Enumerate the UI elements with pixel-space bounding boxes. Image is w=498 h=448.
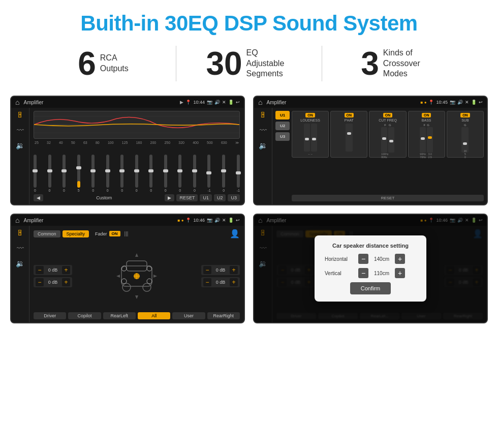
u3-button[interactable]: U3 xyxy=(228,194,240,201)
svg-point-8 xyxy=(147,266,152,271)
signal-icon: ✕ xyxy=(222,100,226,105)
dot-indicator-3: ■ ● xyxy=(178,218,184,223)
svg-point-9 xyxy=(121,279,127,284)
speaker-icon[interactable]: 🔉 xyxy=(16,141,24,150)
svg-point-6 xyxy=(143,283,151,291)
battery-icon-2: 🔋 xyxy=(471,100,477,105)
app-name-2: Amplifier xyxy=(266,100,417,105)
svg-marker-17 xyxy=(153,275,157,278)
home-icon-3[interactable]: ⌂ xyxy=(15,216,19,224)
location-icon: 📍 xyxy=(185,100,191,105)
dialog-overlay: Car speaker distance setting Horizontal … xyxy=(254,215,487,322)
u1-button[interactable]: U1 xyxy=(200,194,212,201)
band-phat: ON PHAT xyxy=(330,111,367,158)
home-icon[interactable]: ⌂ xyxy=(15,98,19,106)
stat-rca-text: RCA Outputs xyxy=(100,53,129,74)
rear-left-button[interactable]: RearLeft xyxy=(103,312,136,319)
person-icon: 👤 xyxy=(230,229,240,238)
u2-button[interactable]: U2 xyxy=(214,194,226,201)
volume-icon-3: 🔊 xyxy=(214,218,220,223)
camera-icon: 📷 xyxy=(207,100,212,105)
db2-plus[interactable]: + xyxy=(62,278,70,286)
driver-button[interactable]: Driver xyxy=(34,312,66,319)
speaker-icon-3[interactable]: 🔉 xyxy=(16,259,24,267)
next-button[interactable]: ▶ xyxy=(165,194,174,201)
battery-icon: 🔋 xyxy=(228,100,234,105)
horizontal-plus[interactable]: + xyxy=(395,254,405,264)
rear-right-button[interactable]: RearRight xyxy=(207,312,240,319)
confirm-button[interactable]: Confirm xyxy=(350,282,391,294)
user-button[interactable]: User xyxy=(172,312,205,319)
fader-left: − 0 dB + − 0 dB + xyxy=(34,242,72,310)
horizontal-minus[interactable]: − xyxy=(358,254,368,264)
db4-minus[interactable]: − xyxy=(203,278,211,286)
eq-slider-9: 0 xyxy=(164,155,167,192)
db4-plus[interactable]: + xyxy=(230,278,238,286)
screen2-content: 🎚 〰 🔉 U1 U2 U3 ON LOUDNESS xyxy=(254,108,487,204)
eq2-bands: ON LOUDNESS ~ ~ xyxy=(292,111,484,201)
back-icon-2[interactable]: ↩ xyxy=(479,100,483,105)
battery-icon-3: 🔋 xyxy=(228,218,234,223)
eq-slider-6: 0 xyxy=(120,155,123,192)
all-button[interactable]: All xyxy=(138,312,170,319)
eq-icon-2[interactable]: 🎚 xyxy=(260,111,267,119)
db-row-4: − 0 dB + xyxy=(201,277,240,287)
eq-slider-13: 0 xyxy=(222,155,225,192)
eq-slider-4: 0 xyxy=(91,155,95,192)
db1-plus[interactable]: + xyxy=(62,266,70,274)
custom-label: Custom xyxy=(45,195,163,200)
reset-button-2[interactable]: RESET xyxy=(292,195,484,201)
screen2-sidebar: 🎚 〰 🔉 xyxy=(254,108,272,204)
eq-icon[interactable]: 🎚 xyxy=(17,111,24,119)
speaker-icon-2[interactable]: 🔉 xyxy=(259,141,267,150)
copilot-button[interactable]: Copilot xyxy=(68,312,101,319)
preset-u1[interactable]: U1 xyxy=(275,111,290,120)
preset-u2[interactable]: U2 xyxy=(275,122,290,130)
play-icon: ▶ xyxy=(180,100,183,105)
fader-bars: ||| xyxy=(124,231,129,236)
db-row-3: − 0 dB + xyxy=(201,265,240,275)
back-icon[interactable]: ↩ xyxy=(236,100,240,105)
db2-value: 0 dB xyxy=(46,280,60,285)
reset-button[interactable]: RESET xyxy=(176,194,198,201)
eq2-presets: U1 U2 U3 xyxy=(275,111,290,201)
stat-crossover-text: Kinds of Crossover Modes xyxy=(383,48,429,79)
dialog-title: Car speaker distance setting xyxy=(325,243,416,249)
specialty-tab[interactable]: Specialty xyxy=(63,230,89,237)
fader-top: Common Specialty Fader ON ||| 👤 xyxy=(34,229,240,238)
screen1-content: 🎚 〰 🔉 xyxy=(11,108,244,204)
db3-plus[interactable]: + xyxy=(230,266,238,274)
home-icon-2[interactable]: ⌂ xyxy=(258,98,262,106)
status-right-3: 📍 10:46 📷 🔊 ✕ 🔋 ↩ xyxy=(185,218,240,223)
vertical-minus[interactable]: − xyxy=(358,268,368,278)
wave-icon-2[interactable]: 〰 xyxy=(260,126,267,134)
eq-sliders-row: 0 0 0 xyxy=(34,146,240,192)
vertical-value: 110cm xyxy=(371,271,392,276)
db2-minus[interactable]: − xyxy=(36,278,44,286)
band-sub: ON SUB G 2050 xyxy=(447,111,484,158)
bands-top-row: ON LOUDNESS ~ ~ xyxy=(292,111,484,158)
db3-value: 0 dB xyxy=(213,267,228,273)
screen1-sidebar: 🎚 〰 🔉 xyxy=(11,108,29,204)
band-cutfreq: ON CUT FREQ FG 100Hz80Hz xyxy=(369,111,406,158)
db1-minus[interactable]: − xyxy=(36,266,44,274)
eq-slider-2: 0 xyxy=(63,155,66,192)
back-icon-3[interactable]: ↩ xyxy=(236,218,240,223)
common-tab[interactable]: Common xyxy=(34,230,60,237)
prev-button[interactable]: ◀ xyxy=(34,194,43,201)
screen-fader: ⌂ Amplifier ■ ● 📍 10:46 📷 🔊 ✕ 🔋 ↩ 🎚 〰 🔉 xyxy=(10,214,245,323)
wave-icon[interactable]: 〰 xyxy=(17,126,24,134)
signal-icon-2: ✕ xyxy=(465,100,469,105)
vertical-plus[interactable]: + xyxy=(395,268,405,278)
db3-minus[interactable]: − xyxy=(203,266,211,274)
eq-slider-12: -1 xyxy=(207,155,210,192)
status-right-1: 📍 10:44 📷 🔊 ✕ 🔋 ↩ xyxy=(185,100,240,105)
screen3-sidebar: 🎚 〰 🔉 xyxy=(11,226,29,322)
status-bar-2: ⌂ Amplifier ■ ● 📍 10:45 📷 🔊 ✕ 🔋 ↩ xyxy=(254,97,487,108)
preset-u3[interactable]: U3 xyxy=(275,132,290,141)
screens-grid: ⌂ Amplifier ▶ 📍 10:44 📷 🔊 ✕ 🔋 ↩ 🎚 〰 🔉 xyxy=(0,92,498,334)
wave-icon-3[interactable]: 〰 xyxy=(17,244,24,252)
svg-marker-16 xyxy=(116,275,120,278)
screen-distance: ⌂ Amplifier ■ ● 📍 10:46 📷 🔊 ✕ 🔋 ↩ 🎚 〰 🔉 xyxy=(253,214,488,323)
eq-icon-3[interactable]: 🎚 xyxy=(17,229,24,237)
